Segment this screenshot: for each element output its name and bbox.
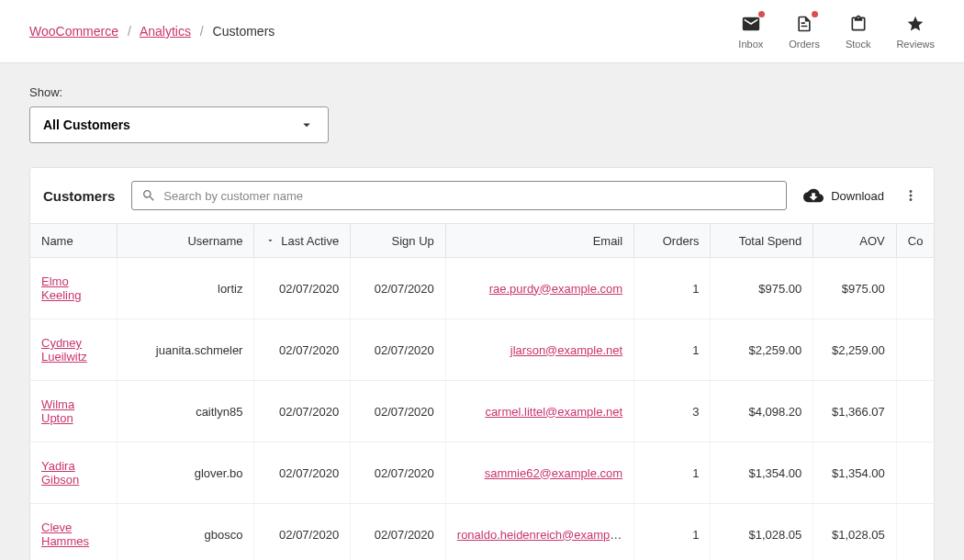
col-total-spend[interactable]: Total Spend: [711, 224, 813, 258]
main-content: Show: All Customers Customers Download: [0, 63, 964, 560]
customer-email-link[interactable]: carmel.littel@example.net: [485, 405, 622, 419]
orders-button[interactable]: Orders: [789, 13, 820, 50]
cell-orders: 1: [634, 319, 711, 381]
chevron-down-icon: [298, 117, 315, 133]
stock-icon: [847, 13, 869, 35]
cell-name: Cleve Hammes: [30, 504, 118, 561]
cell-email: jlarson@example.net: [445, 319, 633, 381]
cell-orders: 1: [634, 504, 711, 561]
table-header-row: Name Username Last Active Sign Up Email …: [30, 224, 934, 258]
cell-spend: $2,259.00: [711, 319, 813, 381]
breadcrumb-woocommerce[interactable]: WooCommerce: [29, 24, 118, 39]
col-aov[interactable]: AOV: [813, 224, 896, 258]
customer-name-link[interactable]: Wilma Upton: [41, 398, 74, 425]
reviews-button[interactable]: Reviews: [896, 13, 935, 50]
col-orders[interactable]: Orders: [634, 224, 711, 258]
cell-co: [896, 442, 934, 504]
breadcrumb-sep: /: [200, 24, 204, 39]
cell-aov: $2,259.00: [813, 319, 896, 381]
cell-spend: $975.00: [711, 258, 813, 319]
search-input-wrap[interactable]: [131, 181, 787, 210]
kebab-icon: [902, 187, 919, 204]
chevron-down-icon: [265, 233, 275, 248]
filter-selected-value: All Customers: [43, 118, 130, 132]
col-username[interactable]: Username: [118, 224, 254, 258]
reviews-label: Reviews: [896, 39, 935, 50]
customer-name-link[interactable]: Cleve Hammes: [41, 521, 89, 548]
col-signup[interactable]: Sign Up: [351, 224, 446, 258]
cell-signup: 02/07/2020: [351, 504, 446, 561]
col-co[interactable]: Co: [896, 224, 934, 258]
notification-dot: [758, 11, 765, 17]
customer-email-link[interactable]: rae.purdy@example.com: [489, 282, 622, 296]
cell-username: caitlyn85: [118, 381, 254, 442]
cell-orders: 1: [634, 258, 711, 319]
cell-name: Cydney Lueilwitz: [30, 319, 118, 381]
app-header: WooCommerce / Analytics / Customers Inbo…: [0, 0, 964, 63]
customer-email-link[interactable]: ronaldo.heidenreich@example.com: [457, 528, 634, 542]
search-input[interactable]: [163, 189, 777, 203]
customer-name-link[interactable]: Cydney Lueilwitz: [41, 336, 87, 364]
cell-username: lortiz: [118, 258, 254, 319]
col-last-active[interactable]: Last Active: [254, 224, 351, 258]
cell-email: ronaldo.heidenreich@example.com: [445, 504, 633, 561]
cell-signup: 02/07/2020: [351, 381, 446, 442]
table-row: Yadira Gibson glover.bo 02/07/2020 02/07…: [30, 442, 934, 504]
cell-username: gbosco: [118, 504, 254, 561]
cell-email: sammie62@example.com: [445, 442, 633, 504]
breadcrumb-current: Customers: [213, 24, 275, 39]
inbox-icon: [740, 13, 762, 35]
table-row: Cydney Lueilwitz juanita.schmeler 02/07/…: [30, 319, 934, 381]
table-row: Wilma Upton caitlyn85 02/07/2020 02/07/2…: [30, 381, 934, 442]
breadcrumb-sep: /: [128, 24, 131, 39]
filter-label: Show:: [29, 85, 935, 99]
cell-email: rae.purdy@example.com: [445, 258, 633, 319]
customer-email-link[interactable]: jlarson@example.net: [510, 343, 622, 357]
notification-dot: [812, 11, 818, 17]
cell-last-active: 02/07/2020: [254, 504, 351, 561]
col-email[interactable]: Email: [445, 224, 633, 258]
cloud-download-icon: [803, 185, 824, 206]
cell-name: Elmo Keeling: [30, 258, 118, 319]
table-row: Elmo Keeling lortiz 02/07/2020 02/07/202…: [30, 258, 934, 319]
reviews-icon: [904, 13, 926, 35]
cell-spend: $4,098.20: [711, 381, 813, 442]
col-last-active-label: Last Active: [281, 234, 339, 248]
cell-co: [896, 319, 934, 381]
breadcrumb: WooCommerce / Analytics / Customers: [29, 24, 275, 39]
table-title: Customers: [43, 188, 115, 204]
table-options-button[interactable]: [901, 185, 921, 206]
cell-last-active: 02/07/2020: [254, 258, 351, 319]
cell-name: Wilma Upton: [30, 381, 118, 442]
inbox-button[interactable]: Inbox: [738, 13, 763, 50]
orders-icon: [793, 13, 815, 35]
cell-username: glover.bo: [118, 442, 254, 504]
download-label: Download: [831, 189, 884, 203]
cell-last-active: 02/07/2020: [254, 442, 351, 504]
cell-co: [896, 504, 934, 561]
inbox-label: Inbox: [738, 39, 763, 50]
stock-button[interactable]: Stock: [846, 13, 871, 50]
cell-username: juanita.schmeler: [118, 319, 254, 381]
cell-co: [896, 381, 934, 442]
customer-name-link[interactable]: Elmo Keeling: [41, 274, 81, 302]
download-button[interactable]: Download: [803, 185, 884, 206]
header-actions: Inbox Orders Stock Reviews: [738, 13, 935, 50]
table-toolbar: Customers Download: [30, 168, 934, 223]
cell-aov: $1,354.00: [813, 442, 896, 504]
cell-aov: $1,366.07: [813, 381, 896, 442]
cell-aov: $1,028.05: [813, 504, 896, 561]
cell-name: Yadira Gibson: [30, 442, 118, 504]
cell-co: [896, 258, 934, 319]
customer-email-link[interactable]: sammie62@example.com: [485, 466, 622, 480]
customers-table-container: Customers Download Name Username: [29, 167, 935, 560]
breadcrumb-analytics[interactable]: Analytics: [140, 24, 191, 39]
col-name[interactable]: Name: [30, 224, 118, 258]
cell-spend: $1,028.05: [711, 504, 813, 561]
cell-email: carmel.littel@example.net: [445, 381, 633, 442]
customer-name-link[interactable]: Yadira Gibson: [41, 459, 79, 487]
filter-select[interactable]: All Customers: [29, 106, 329, 143]
stock-label: Stock: [846, 39, 871, 50]
table-row: Cleve Hammes gbosco 02/07/2020 02/07/202…: [30, 504, 934, 561]
customers-table: Name Username Last Active Sign Up Email …: [30, 223, 934, 560]
